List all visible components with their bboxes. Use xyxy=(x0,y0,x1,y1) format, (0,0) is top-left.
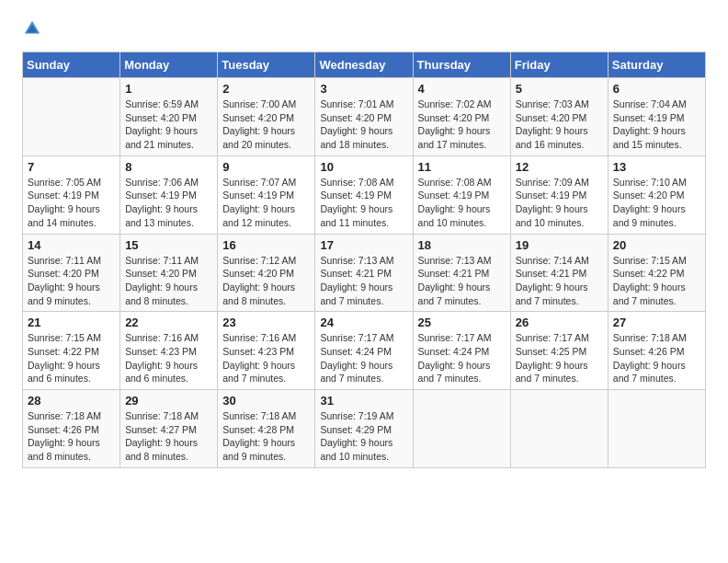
calendar-cell: 24Sunrise: 7:17 AMSunset: 4:24 PMDayligh… xyxy=(315,312,413,390)
day-info: Sunrise: 7:19 AMSunset: 4:29 PMDaylight:… xyxy=(320,409,407,464)
calendar-cell: 28Sunrise: 7:18 AMSunset: 4:26 PMDayligh… xyxy=(23,390,120,468)
day-number: 19 xyxy=(516,238,603,252)
day-number: 29 xyxy=(125,394,212,408)
day-number: 28 xyxy=(28,394,115,408)
calendar-cell: 15Sunrise: 7:11 AMSunset: 4:20 PMDayligh… xyxy=(120,234,218,312)
day-info: Sunrise: 7:08 AMSunset: 4:19 PMDaylight:… xyxy=(320,176,407,230)
header-row: SundayMondayTuesdayWednesdayThursdayFrid… xyxy=(23,52,706,78)
day-info: Sunrise: 7:18 AMSunset: 4:26 PMDaylight:… xyxy=(28,409,115,464)
day-number: 7 xyxy=(28,160,115,174)
calendar-cell: 16Sunrise: 7:12 AMSunset: 4:20 PMDayligh… xyxy=(218,234,315,312)
day-number: 15 xyxy=(125,238,212,252)
day-number: 22 xyxy=(125,316,212,329)
day-number: 10 xyxy=(320,160,407,174)
day-number: 31 xyxy=(320,394,407,408)
day-number: 9 xyxy=(222,160,310,174)
calendar-cell: 30Sunrise: 7:18 AMSunset: 4:28 PMDayligh… xyxy=(218,390,315,468)
day-info: Sunrise: 7:15 AMSunset: 4:22 PMDaylight:… xyxy=(613,254,700,308)
day-number: 25 xyxy=(418,316,506,329)
day-info: Sunrise: 7:00 AMSunset: 4:20 PMDaylight:… xyxy=(222,98,310,152)
week-row-4: 21Sunrise: 7:15 AMSunset: 4:22 PMDayligh… xyxy=(23,312,706,390)
day-info: Sunrise: 7:01 AMSunset: 4:20 PMDaylight:… xyxy=(320,98,407,152)
day-info: Sunrise: 7:17 AMSunset: 4:24 PMDaylight:… xyxy=(418,331,506,385)
day-info: Sunrise: 6:59 AMSunset: 4:20 PMDaylight:… xyxy=(125,98,212,152)
day-number: 24 xyxy=(320,316,407,329)
calendar-cell: 12Sunrise: 7:09 AMSunset: 4:19 PMDayligh… xyxy=(510,155,608,234)
day-info: Sunrise: 7:17 AMSunset: 4:24 PMDaylight:… xyxy=(320,331,407,385)
day-info: Sunrise: 7:02 AMSunset: 4:20 PMDaylight:… xyxy=(418,98,506,152)
day-number: 12 xyxy=(516,160,603,174)
logo-icon xyxy=(22,18,42,42)
calendar-cell: 6Sunrise: 7:04 AMSunset: 4:19 PMDaylight… xyxy=(608,78,705,156)
day-number: 1 xyxy=(125,82,212,96)
calendar-cell: 8Sunrise: 7:06 AMSunset: 4:19 PMDaylight… xyxy=(120,155,218,234)
day-info: Sunrise: 7:14 AMSunset: 4:21 PMDaylight:… xyxy=(516,254,603,308)
day-info: Sunrise: 7:17 AMSunset: 4:25 PMDaylight:… xyxy=(516,331,603,385)
day-info: Sunrise: 7:18 AMSunset: 4:26 PMDaylight:… xyxy=(613,331,700,385)
week-row-2: 7Sunrise: 7:05 AMSunset: 4:19 PMDaylight… xyxy=(23,155,706,234)
calendar-cell: 22Sunrise: 7:16 AMSunset: 4:23 PMDayligh… xyxy=(120,312,218,390)
calendar-cell: 17Sunrise: 7:13 AMSunset: 4:21 PMDayligh… xyxy=(315,234,413,312)
calendar-cell xyxy=(413,390,510,468)
calendar-cell: 11Sunrise: 7:08 AMSunset: 4:19 PMDayligh… xyxy=(413,155,510,234)
day-number: 6 xyxy=(613,82,700,96)
day-info: Sunrise: 7:10 AMSunset: 4:20 PMDaylight:… xyxy=(613,176,700,230)
calendar-header: SundayMondayTuesdayWednesdayThursdayFrid… xyxy=(23,52,706,78)
calendar-cell: 31Sunrise: 7:19 AMSunset: 4:29 PMDayligh… xyxy=(315,390,413,468)
day-number: 8 xyxy=(125,160,212,174)
calendar-cell: 7Sunrise: 7:05 AMSunset: 4:19 PMDaylight… xyxy=(23,155,120,234)
calendar-cell: 5Sunrise: 7:03 AMSunset: 4:20 PMDaylight… xyxy=(510,78,608,156)
calendar-cell: 3Sunrise: 7:01 AMSunset: 4:20 PMDaylight… xyxy=(315,78,413,156)
day-number: 18 xyxy=(418,238,506,252)
day-number: 17 xyxy=(320,238,407,252)
calendar-cell: 9Sunrise: 7:07 AMSunset: 4:19 PMDaylight… xyxy=(218,155,315,234)
day-info: Sunrise: 7:09 AMSunset: 4:19 PMDaylight:… xyxy=(516,176,603,230)
calendar-cell xyxy=(510,390,608,468)
header-day-sunday: Sunday xyxy=(23,52,120,78)
day-info: Sunrise: 7:18 AMSunset: 4:28 PMDaylight:… xyxy=(222,409,310,464)
calendar-cell: 20Sunrise: 7:15 AMSunset: 4:22 PMDayligh… xyxy=(608,234,705,312)
header-day-monday: Monday xyxy=(120,52,218,78)
day-number: 14 xyxy=(28,238,115,252)
calendar-cell: 4Sunrise: 7:02 AMSunset: 4:20 PMDaylight… xyxy=(413,78,510,156)
header-day-thursday: Thursday xyxy=(413,52,510,78)
week-row-1: 1Sunrise: 6:59 AMSunset: 4:20 PMDaylight… xyxy=(23,78,706,156)
header-day-saturday: Saturday xyxy=(608,52,705,78)
day-info: Sunrise: 7:04 AMSunset: 4:19 PMDaylight:… xyxy=(613,98,700,152)
day-info: Sunrise: 7:18 AMSunset: 4:27 PMDaylight:… xyxy=(125,409,212,464)
day-number: 11 xyxy=(418,160,506,174)
day-number: 27 xyxy=(613,316,700,329)
day-info: Sunrise: 7:08 AMSunset: 4:19 PMDaylight:… xyxy=(418,176,506,230)
week-row-5: 28Sunrise: 7:18 AMSunset: 4:26 PMDayligh… xyxy=(23,390,706,468)
header-day-wednesday: Wednesday xyxy=(315,52,413,78)
day-number: 21 xyxy=(28,316,115,329)
calendar-cell: 18Sunrise: 7:13 AMSunset: 4:21 PMDayligh… xyxy=(413,234,510,312)
calendar-cell: 26Sunrise: 7:17 AMSunset: 4:25 PMDayligh… xyxy=(510,312,608,390)
day-number: 16 xyxy=(222,238,310,252)
day-info: Sunrise: 7:12 AMSunset: 4:20 PMDaylight:… xyxy=(222,254,310,308)
day-number: 26 xyxy=(516,316,603,329)
header-day-friday: Friday xyxy=(510,52,608,78)
day-info: Sunrise: 7:07 AMSunset: 4:19 PMDaylight:… xyxy=(222,176,310,230)
calendar-cell: 21Sunrise: 7:15 AMSunset: 4:22 PMDayligh… xyxy=(23,312,120,390)
day-number: 23 xyxy=(222,316,310,329)
day-info: Sunrise: 7:13 AMSunset: 4:21 PMDaylight:… xyxy=(418,254,506,308)
calendar-cell: 29Sunrise: 7:18 AMSunset: 4:27 PMDayligh… xyxy=(120,390,218,468)
day-info: Sunrise: 7:05 AMSunset: 4:19 PMDaylight:… xyxy=(28,176,115,230)
calendar-cell: 10Sunrise: 7:08 AMSunset: 4:19 PMDayligh… xyxy=(315,155,413,234)
week-row-3: 14Sunrise: 7:11 AMSunset: 4:20 PMDayligh… xyxy=(23,234,706,312)
calendar-cell: 13Sunrise: 7:10 AMSunset: 4:20 PMDayligh… xyxy=(608,155,705,234)
calendar-cell: 23Sunrise: 7:16 AMSunset: 4:23 PMDayligh… xyxy=(218,312,315,390)
day-info: Sunrise: 7:16 AMSunset: 4:23 PMDaylight:… xyxy=(125,331,212,385)
day-number: 4 xyxy=(418,82,506,96)
calendar-cell: 19Sunrise: 7:14 AMSunset: 4:21 PMDayligh… xyxy=(510,234,608,312)
day-number: 20 xyxy=(613,238,700,252)
calendar-body: 1Sunrise: 6:59 AMSunset: 4:20 PMDaylight… xyxy=(23,78,706,468)
calendar-cell: 25Sunrise: 7:17 AMSunset: 4:24 PMDayligh… xyxy=(413,312,510,390)
calendar-cell: 2Sunrise: 7:00 AMSunset: 4:20 PMDaylight… xyxy=(218,78,315,156)
header-day-tuesday: Tuesday xyxy=(218,52,315,78)
calendar-cell xyxy=(23,78,120,156)
calendar-cell: 14Sunrise: 7:11 AMSunset: 4:20 PMDayligh… xyxy=(23,234,120,312)
day-info: Sunrise: 7:03 AMSunset: 4:20 PMDaylight:… xyxy=(516,98,603,152)
day-info: Sunrise: 7:11 AMSunset: 4:20 PMDaylight:… xyxy=(125,254,212,308)
